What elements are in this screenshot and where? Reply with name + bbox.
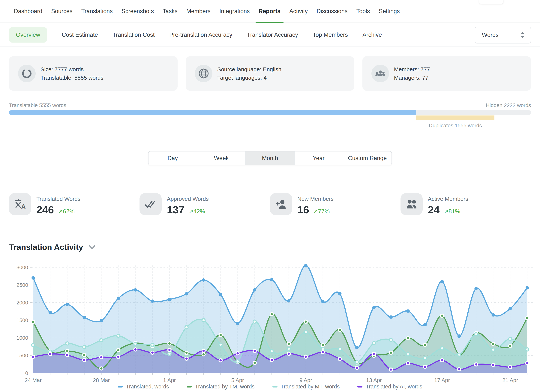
data-point[interactable]	[440, 347, 444, 350]
data-point[interactable]	[253, 349, 256, 352]
data-point[interactable]	[440, 314, 444, 317]
nav-item-dashboard[interactable]: Dashboard	[14, 0, 42, 23]
data-point[interactable]	[321, 300, 325, 303]
data-point[interactable]	[525, 286, 529, 289]
data-point[interactable]	[236, 322, 239, 325]
data-point[interactable]	[526, 362, 529, 365]
data-point[interactable]	[168, 342, 171, 345]
data-point[interactable]	[100, 319, 103, 322]
data-point[interactable]	[151, 351, 154, 354]
tab-pretranslation-accuracy[interactable]: Pre-translation Accuracy	[169, 31, 232, 38]
data-point[interactable]	[49, 352, 52, 356]
nav-item-sources[interactable]: Sources	[51, 0, 73, 23]
data-point[interactable]	[185, 351, 188, 354]
nav-item-discussions[interactable]: Discussions	[316, 0, 347, 23]
range-tab-week[interactable]: Week	[197, 151, 246, 165]
data-point[interactable]	[509, 344, 512, 347]
data-point[interactable]	[458, 353, 461, 356]
data-point[interactable]	[219, 343, 222, 346]
nav-item-reports[interactable]: Reports	[259, 0, 280, 23]
data-point[interactable]	[458, 368, 461, 371]
data-point[interactable]	[270, 278, 273, 281]
data-point[interactable]	[219, 359, 222, 362]
data-point[interactable]	[185, 326, 188, 329]
data-point[interactable]	[134, 288, 137, 292]
legend-item-translated[interactable]: Translated, words	[118, 384, 169, 390]
data-point[interactable]	[492, 348, 495, 351]
range-tab-day[interactable]: Day	[149, 151, 197, 165]
range-tab-year[interactable]: Year	[295, 151, 343, 165]
data-point[interactable]	[185, 357, 188, 360]
data-point[interactable]	[458, 334, 461, 338]
data-point[interactable]	[338, 357, 341, 361]
data-point[interactable]	[185, 292, 188, 295]
unit-dropdown[interactable]: Words	[475, 27, 531, 44]
data-point[interactable]	[475, 363, 478, 366]
data-point[interactable]	[423, 343, 427, 347]
tab-translator-accuracy[interactable]: Translator Accuracy	[247, 31, 298, 38]
data-point[interactable]	[355, 346, 359, 349]
data-point[interactable]	[390, 368, 393, 371]
nav-item-settings[interactable]: Settings	[379, 0, 400, 23]
data-point[interactable]	[134, 348, 137, 351]
tab-overview[interactable]: Overview	[9, 27, 47, 43]
data-point[interactable]	[151, 299, 154, 303]
data-point[interactable]	[66, 342, 69, 345]
data-point[interactable]	[100, 367, 103, 370]
data-point[interactable]	[406, 309, 410, 313]
data-point[interactable]	[168, 348, 171, 352]
data-point[interactable]	[390, 338, 393, 342]
data-point[interactable]	[117, 334, 120, 337]
tab-cost-estimate[interactable]: Cost Estimate	[62, 31, 98, 38]
data-point[interactable]	[423, 323, 427, 326]
data-point[interactable]	[287, 347, 290, 350]
data-point[interactable]	[168, 352, 171, 355]
data-point[interactable]	[492, 363, 495, 367]
data-point[interactable]	[474, 287, 478, 290]
range-tab-custom-range[interactable]: Custom Range	[343, 151, 391, 165]
data-point[interactable]	[440, 359, 444, 362]
data-point[interactable]	[100, 356, 103, 359]
data-point[interactable]	[83, 354, 86, 357]
data-point[interactable]	[304, 355, 307, 358]
data-point[interactable]	[253, 320, 256, 323]
data-point[interactable]	[31, 276, 35, 279]
data-point[interactable]	[338, 292, 342, 295]
data-point[interactable]	[32, 320, 35, 324]
legend-item-translated-by-ai[interactable]: Translated by AI, words	[357, 384, 422, 390]
data-point[interactable]	[440, 280, 444, 283]
nav-item-activity[interactable]: Activity	[289, 0, 308, 23]
data-point[interactable]	[355, 361, 359, 364]
data-point[interactable]	[66, 349, 69, 352]
data-point[interactable]	[287, 342, 290, 345]
data-point[interactable]	[423, 365, 427, 368]
legend-item-translated-by-tm[interactable]: Translated by TM, words	[187, 384, 255, 390]
data-point[interactable]	[66, 303, 69, 306]
data-point[interactable]	[236, 360, 239, 363]
data-point[interactable]	[491, 313, 495, 317]
data-point[interactable]	[304, 331, 307, 334]
data-point[interactable]	[49, 311, 52, 314]
data-point[interactable]	[32, 344, 35, 347]
data-point[interactable]	[202, 349, 205, 352]
data-point[interactable]	[168, 298, 171, 301]
data-point[interactable]	[287, 299, 290, 303]
data-point[interactable]	[32, 355, 35, 358]
range-tab-month[interactable]: Month	[246, 151, 295, 165]
data-point[interactable]	[406, 362, 410, 365]
nav-item-screenshots[interactable]: Screenshots	[121, 0, 154, 23]
nav-item-translations[interactable]: Translations	[81, 0, 113, 23]
data-point[interactable]	[253, 361, 256, 364]
data-point[interactable]	[219, 293, 222, 296]
data-point[interactable]	[202, 278, 205, 282]
data-point[interactable]	[117, 297, 120, 300]
data-point[interactable]	[406, 337, 410, 340]
data-point[interactable]	[66, 354, 69, 357]
data-point[interactable]	[134, 342, 137, 345]
data-point[interactable]	[492, 342, 495, 345]
data-point[interactable]	[321, 347, 324, 350]
data-point[interactable]	[372, 342, 375, 345]
data-point[interactable]	[321, 344, 324, 347]
data-point[interactable]	[270, 358, 273, 362]
data-point[interactable]	[270, 350, 273, 353]
